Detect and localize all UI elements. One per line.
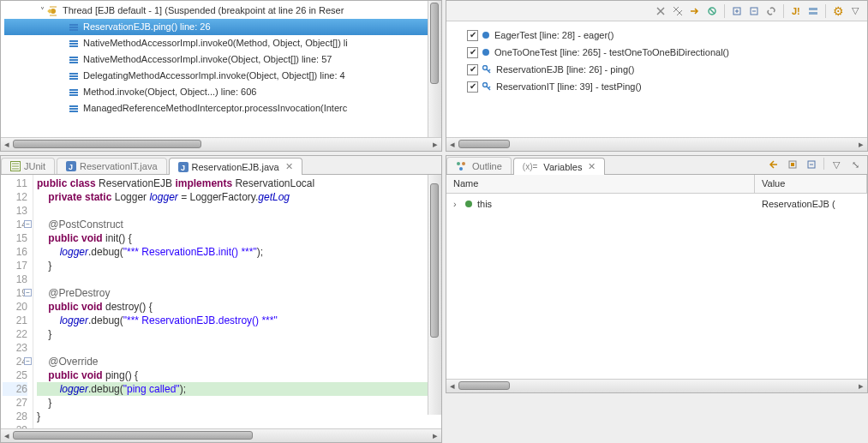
breakpoint-checkbox[interactable]: ✔ xyxy=(467,64,478,75)
expand-toggle[interactable]: › xyxy=(453,196,465,212)
code-line[interactable] xyxy=(37,272,441,286)
view-menu-chevron-icon[interactable]: ▽ xyxy=(829,158,843,171)
col-value[interactable]: Value xyxy=(755,175,867,193)
minimize-icon[interactable]: ⤡ xyxy=(848,158,862,171)
stack-frame[interactable]: DelegatingMethodAccessorImpl.invoke(Obje… xyxy=(4,68,441,84)
code-line[interactable]: } xyxy=(37,327,441,341)
code-editor[interactable]: 11121314−1516171819−2021222324−252627282… xyxy=(1,175,441,428)
code-line[interactable]: } xyxy=(37,259,441,272)
breakpoint-checkbox[interactable]: ✔ xyxy=(467,30,478,41)
line-number[interactable]: 13 xyxy=(3,204,27,218)
editor-tab[interactable]: JReservationIT.java xyxy=(57,158,167,174)
remove-breakpoint-icon[interactable] xyxy=(654,4,667,18)
line-number[interactable]: 11 xyxy=(3,177,27,190)
goto-icon[interactable] xyxy=(688,4,702,18)
horizontal-scrollbar[interactable]: ◂ ▸ xyxy=(1,428,441,442)
code-line[interactable]: public void init() { xyxy=(37,231,441,245)
variables-header[interactable]: Name Value xyxy=(446,175,867,194)
scroll-right-arrow[interactable]: ▸ xyxy=(855,138,867,150)
breakpoint-row[interactable]: ✔OneToOneTest [line: 265] - testOneToOne… xyxy=(450,44,864,61)
vertical-scrollbar[interactable] xyxy=(428,1,441,137)
view-tab[interactable]: (x)=Variables✕ xyxy=(513,158,606,175)
editor-tab[interactable]: JUnit xyxy=(1,158,55,174)
line-number[interactable]: 23 xyxy=(3,341,27,355)
expand-all-icon[interactable] xyxy=(730,4,744,18)
skip-icon[interactable] xyxy=(705,4,719,18)
line-number[interactable]: 18 xyxy=(3,272,27,286)
stack-frame[interactable]: ManagedReferenceMethodInterceptor.proces… xyxy=(4,100,441,117)
code-line[interactable]: @Override xyxy=(37,355,441,368)
line-number[interactable]: 22 xyxy=(3,327,27,341)
link-icon[interactable] xyxy=(764,4,778,18)
collapse-all-icon[interactable] xyxy=(805,158,818,171)
horizontal-scrollbar[interactable]: ◂ ▸ xyxy=(1,137,441,151)
horizontal-scrollbar[interactable]: ◂ ▸ xyxy=(446,137,867,151)
fold-toggle[interactable]: − xyxy=(24,289,32,296)
line-number[interactable]: 27 xyxy=(3,396,27,410)
line-number-gutter[interactable]: 11121314−1516171819−2021222324−252627282… xyxy=(1,175,33,428)
stack-frame[interactable]: NativeMethodAccessorImpl.invoke(Object, … xyxy=(4,51,441,68)
code-line[interactable]: } xyxy=(37,410,441,423)
line-number[interactable]: 14− xyxy=(3,218,27,231)
vertical-scrollbar[interactable] xyxy=(428,175,441,415)
add-java-exception-icon[interactable]: J! xyxy=(789,4,803,18)
group-icon[interactable] xyxy=(806,4,820,18)
code-line[interactable]: public void ping() { xyxy=(37,368,441,382)
breakpoint-row[interactable]: ✔EagerTest [line: 28] - eager() xyxy=(450,27,864,44)
code-line[interactable]: logger.debug("*** ReservationEJB.destroy… xyxy=(37,314,441,327)
code-line[interactable]: @PostConstruct xyxy=(37,218,441,231)
code-line[interactable] xyxy=(37,204,441,218)
line-number[interactable]: 24− xyxy=(3,355,27,368)
scroll-left-arrow[interactable]: ◂ xyxy=(446,138,458,150)
scroll-right-arrow[interactable]: ▸ xyxy=(429,429,441,441)
scroll-left-arrow[interactable]: ◂ xyxy=(1,138,13,150)
fold-toggle[interactable]: − xyxy=(24,357,32,365)
code-line[interactable] xyxy=(37,341,441,355)
line-number[interactable]: 21 xyxy=(3,314,27,327)
scroll-left-arrow[interactable]: ◂ xyxy=(446,380,458,392)
close-tab-icon[interactable]: ✕ xyxy=(285,161,293,172)
line-number[interactable]: 16 xyxy=(3,245,27,259)
stack-frame[interactable]: NativeMethodAccessorImpl.invoke0(Method,… xyxy=(4,35,441,51)
breakpoints-list[interactable]: ✔EagerTest [line: 28] - eager()✔OneToOne… xyxy=(446,21,867,137)
line-number[interactable]: 19− xyxy=(3,286,27,300)
line-number[interactable]: 20 xyxy=(3,300,27,314)
show-type-icon[interactable] xyxy=(767,158,781,171)
breakpoint-checkbox[interactable]: ✔ xyxy=(467,47,478,58)
breakpoint-row[interactable]: ✔ReservationIT [line: 39] - testPing() xyxy=(450,78,864,95)
call-stack-tree[interactable]: ˅ Thread [EJB default - 1] (Suspended (b… xyxy=(1,1,441,137)
code-line[interactable]: private static Logger logger = LoggerFac… xyxy=(37,190,441,204)
remove-all-icon[interactable] xyxy=(671,4,685,18)
line-number[interactable]: 26 xyxy=(3,382,27,396)
expand-toggle[interactable]: ˅ xyxy=(37,3,47,18)
show-logical-icon[interactable] xyxy=(786,158,799,171)
stack-frame[interactable]: ReservationEJB.ping() line: 26 xyxy=(4,19,441,35)
line-number[interactable]: 15 xyxy=(3,231,27,245)
code-line[interactable]: } xyxy=(37,396,441,410)
col-name[interactable]: Name xyxy=(446,175,755,193)
code-line[interactable]: logger.debug("ping called"); xyxy=(37,382,441,396)
editor-tab[interactable]: JReservationEJB.java✕ xyxy=(169,158,302,175)
code-line[interactable]: public void destroy() { xyxy=(37,300,441,314)
view-tab[interactable]: Outline xyxy=(446,157,512,174)
code-line[interactable]: @PreDestroy xyxy=(37,286,441,300)
code-area[interactable]: public class ReservationEJB implements R… xyxy=(33,175,441,428)
variable-row[interactable]: ›thisReservationEJB ( xyxy=(446,194,867,214)
collapse-all-icon[interactable] xyxy=(747,4,761,18)
line-number[interactable]: 25 xyxy=(3,368,27,382)
thread-node[interactable]: ˅ Thread [EJB default - 1] (Suspended (b… xyxy=(4,3,441,19)
line-number[interactable]: 28 xyxy=(3,410,27,423)
code-line[interactable]: logger.debug("*** ReservationEJB.init() … xyxy=(37,245,441,259)
close-tab-icon[interactable]: ✕ xyxy=(588,161,596,172)
breakpoint-row[interactable]: ✔ReservationEJB [line: 26] - ping() xyxy=(450,61,864,78)
scroll-right-arrow[interactable]: ▸ xyxy=(429,138,441,150)
fold-toggle[interactable]: − xyxy=(24,220,32,228)
variables-body[interactable]: ›thisReservationEJB ( xyxy=(446,194,867,379)
view-menu-icon[interactable]: ⚙ xyxy=(831,4,845,18)
stack-frame[interactable]: Method.invoke(Object, Object...) line: 6… xyxy=(4,84,441,100)
breakpoint-checkbox[interactable]: ✔ xyxy=(467,81,478,93)
scroll-left-arrow[interactable]: ◂ xyxy=(1,429,13,441)
line-number[interactable]: 17 xyxy=(3,259,27,272)
minimize-icon[interactable]: ▽ xyxy=(848,4,862,18)
horizontal-scrollbar[interactable]: ◂ ▸ xyxy=(446,379,867,392)
